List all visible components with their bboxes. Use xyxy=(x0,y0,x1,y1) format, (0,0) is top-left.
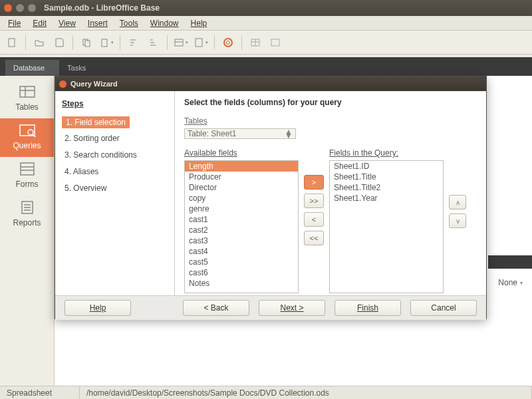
table2-icon[interactable] xyxy=(267,35,283,51)
next-button[interactable]: Next > xyxy=(259,300,325,316)
add-field-button[interactable]: > xyxy=(304,175,324,190)
add-all-button[interactable]: >> xyxy=(304,194,324,208)
query-field-item[interactable]: Sheet1.ID xyxy=(330,161,443,172)
pane-queries[interactable]: Queries xyxy=(0,118,54,157)
available-field-item[interactable]: cast3 xyxy=(185,235,298,246)
step-overview[interactable]: 5. Overview xyxy=(62,182,168,195)
menu-help[interactable]: Help xyxy=(186,17,213,29)
minimize-icon[interactable] xyxy=(16,4,24,12)
svg-rect-2 xyxy=(85,41,90,47)
tab-tasks[interactable]: Tasks xyxy=(59,60,100,76)
step-aliases[interactable]: 4. Aliases xyxy=(62,165,168,178)
wizard-heading: Select the fields (columns) for your que… xyxy=(184,98,477,107)
available-field-item[interactable]: cast1 xyxy=(185,214,298,225)
copy-icon[interactable] xyxy=(78,35,94,51)
pane-tables[interactable]: Tables xyxy=(0,80,54,118)
main-titlebar: Sample.odb - LibreOffice Base xyxy=(0,0,532,16)
status-path: /home/david/Desktop/Screenshots/Sample D… xyxy=(80,386,532,399)
pane-reports[interactable]: Reports xyxy=(0,196,54,234)
available-field-item[interactable]: Length xyxy=(185,161,298,172)
back-button[interactable]: < Back xyxy=(183,300,249,316)
svg-point-7 xyxy=(224,39,232,47)
new-icon[interactable] xyxy=(4,35,20,51)
available-field-item[interactable]: Notes xyxy=(185,278,298,289)
wizard-title: Query Wizard xyxy=(70,80,118,88)
open-icon[interactable] xyxy=(31,35,47,51)
menu-window[interactable]: Window xyxy=(145,17,184,29)
query-field-item[interactable]: Sheet1.Year xyxy=(330,193,443,203)
paste-icon[interactable] xyxy=(98,35,114,51)
remove-all-button[interactable]: << xyxy=(304,231,324,245)
preview-select[interactable]: None xyxy=(498,278,523,287)
steps-header: Steps xyxy=(62,99,168,108)
menu-edit[interactable]: Edit xyxy=(27,17,52,29)
menubar: File Edit View Insert Tools Window Help xyxy=(0,16,532,31)
svg-rect-4 xyxy=(175,39,183,46)
secondary-tabstrip xyxy=(488,255,532,269)
table-icon[interactable] xyxy=(247,35,263,51)
tab-database[interactable]: Database xyxy=(5,60,59,76)
finish-button[interactable]: Finish xyxy=(334,300,401,316)
menu-file[interactable]: File xyxy=(3,17,26,29)
close-icon[interactable] xyxy=(4,4,12,12)
available-fields-list[interactable]: LengthProducerDirectorcopygenrecast1cast… xyxy=(184,160,299,293)
database-pane: Tables Queries Forms Reports xyxy=(0,76,55,386)
step-search-conditions[interactable]: 3. Search conditions xyxy=(62,148,168,162)
svg-rect-3 xyxy=(102,39,107,47)
in-query-label: Fields in the Query: xyxy=(329,148,444,158)
available-field-item[interactable]: copy xyxy=(185,193,298,203)
available-field-item[interactable]: genre xyxy=(185,203,298,214)
wizard-content: Select the fields (columns) for your que… xyxy=(175,91,486,295)
forms-icon xyxy=(17,161,37,177)
tables-combo-value: Table: Sheet1 xyxy=(188,129,236,138)
svg-rect-13 xyxy=(20,86,35,97)
menu-insert[interactable]: Insert xyxy=(82,17,113,29)
maximize-icon[interactable] xyxy=(28,4,36,12)
step-sorting-order[interactable]: 2. Sorting order xyxy=(62,132,168,145)
tables-icon xyxy=(17,84,37,100)
svg-point-8 xyxy=(227,41,230,44)
tables-label: Tables xyxy=(184,116,477,126)
report-icon[interactable] xyxy=(193,35,209,51)
wizard-close-icon[interactable] xyxy=(59,80,66,88)
available-field-item[interactable]: cast4 xyxy=(185,246,298,257)
svg-rect-19 xyxy=(21,163,34,175)
move-down-button[interactable]: ∨ xyxy=(449,213,466,228)
wizard-titlebar: Query Wizard xyxy=(55,76,486,91)
queries-icon xyxy=(17,122,37,138)
window-title: Sample.odb - LibreOffice Base xyxy=(44,3,160,13)
available-field-item[interactable]: cast6 xyxy=(185,267,298,278)
help-lifebuoy-icon[interactable] xyxy=(220,35,236,51)
save-icon[interactable] xyxy=(51,35,67,51)
menu-tools[interactable]: Tools xyxy=(114,17,144,29)
wizard-footer: Help < Back Next > Finish Cancel xyxy=(55,296,486,320)
svg-rect-12 xyxy=(271,39,279,46)
cancel-button[interactable]: Cancel xyxy=(410,300,477,316)
tables-combo[interactable]: Table: Sheet1 ▲▼ xyxy=(184,128,296,139)
form-icon[interactable] xyxy=(173,35,189,51)
menu-view[interactable]: View xyxy=(53,17,81,29)
available-field-item[interactable]: cast2 xyxy=(185,225,298,235)
available-field-item[interactable]: Producer xyxy=(185,172,298,182)
query-fields-list[interactable]: Sheet1.IDSheet1.TitleSheet1.Title2Sheet1… xyxy=(329,160,444,293)
query-field-item[interactable]: Sheet1.Title2 xyxy=(330,182,443,193)
available-field-item[interactable]: cast5 xyxy=(185,257,298,267)
available-field-item[interactable]: Director xyxy=(185,182,298,193)
remove-field-button[interactable]: < xyxy=(304,212,324,227)
query-field-item[interactable]: Sheet1.Title xyxy=(330,172,443,182)
steps-pane: Steps 1. Field selection 2. Sorting orde… xyxy=(55,91,175,295)
sort-desc-icon[interactable] xyxy=(146,35,162,51)
statusbar: Spreadsheet /home/david/Desktop/Screensh… xyxy=(0,386,532,399)
pane-forms[interactable]: Forms xyxy=(0,157,54,196)
move-up-button[interactable]: ∧ xyxy=(449,195,466,209)
help-button[interactable]: Help xyxy=(65,300,131,316)
sort-asc-icon[interactable] xyxy=(126,35,142,51)
svg-rect-0 xyxy=(9,39,15,47)
status-left: Spreadsheet xyxy=(0,386,80,399)
spinner-icon: ▲▼ xyxy=(285,130,293,138)
reorder-buttons: ∧ ∨ xyxy=(449,148,466,293)
step-field-selection[interactable]: 1. Field selection xyxy=(62,116,130,128)
toolbar xyxy=(0,31,532,55)
reports-icon xyxy=(17,200,37,215)
svg-rect-6 xyxy=(196,39,202,47)
